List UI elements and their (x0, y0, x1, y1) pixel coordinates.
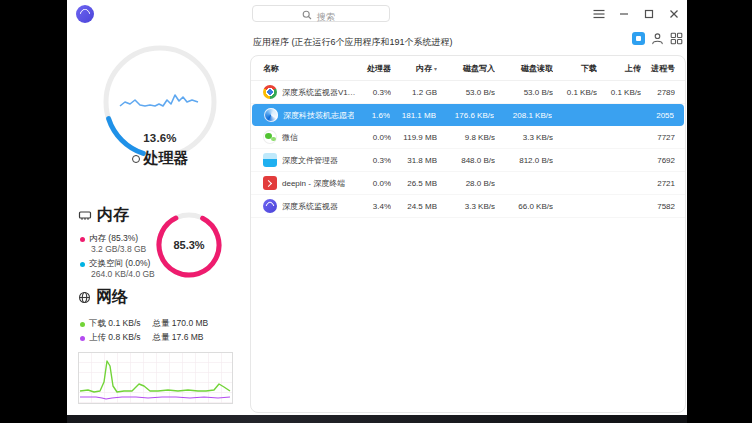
table-row[interactable]: 深度科技装机志愿者 1.6% 181.1 MB 176.6 KB/s 208.1… (252, 104, 684, 126)
maximize-button[interactable] (642, 7, 656, 21)
column-header-download[interactable]: 下载 (553, 63, 597, 74)
memory-value: 26.5 MB (391, 179, 437, 188)
memory-section-header[interactable]: 内存 (78, 205, 129, 226)
cpu-icon (132, 155, 140, 163)
disk-write-value: 53.0 B/s (437, 88, 495, 97)
column-header-memory[interactable]: 内存▾ (391, 63, 437, 74)
process-name: 深度系统监视器 (282, 201, 338, 212)
app-icon (263, 153, 277, 167)
view-toggles (632, 32, 683, 45)
cpu-value: 1.6% (354, 111, 390, 120)
upload-legend-item: 上传 0.8 KB/s 总量 17.6 MB (80, 332, 204, 344)
cpu-value: 3.4% (355, 202, 391, 211)
pid-value: 2055 (640, 111, 674, 120)
pid-value: 7582 (641, 202, 675, 211)
table-row[interactable]: 深度文件管理器 0.3% 31.8 MB 848.0 B/s 812.0 B/s… (251, 149, 685, 172)
download-rate: 下载 0.1 KB/s (89, 318, 141, 330)
disk-read-value: 208.1 KB/s (494, 111, 552, 120)
applications-view-icon[interactable] (632, 32, 645, 45)
disk-read-value: 3.3 KB/s (495, 133, 553, 142)
column-header-disk-write[interactable]: 磁盘写入 (437, 63, 495, 74)
memory-ring-percent: 85.3% (152, 239, 226, 251)
screen: 13.6% 处理器 内存 内存 (85.3%) 3 (0, 0, 752, 423)
disk-read-value: 66.0 KB/s (495, 202, 553, 211)
download-legend-item: 下载 0.1 KB/s 总量 170.0 MB (80, 318, 208, 330)
table-header: 名称 处理器 内存▾ 磁盘写入 磁盘读取 下载 上传 进程号 (251, 56, 685, 81)
memory-dot-icon (80, 237, 85, 242)
process-name: 深度文件管理器 (282, 155, 338, 166)
memory-ring-chart: 85.3% (152, 208, 226, 282)
download-value: 0.1 KB/s (553, 88, 597, 97)
process-name: 微信 (282, 132, 298, 143)
memory-value: 119.9 MB (391, 133, 437, 142)
disk-write-value: 3.3 KB/s (437, 202, 495, 211)
swap-dot-icon (80, 262, 85, 267)
memory-value: 24.5 MB (391, 202, 437, 211)
memory-legend-detail: 3.2 GB/3.8 GB (91, 244, 146, 254)
cpu-label: 处理器 (144, 149, 189, 168)
process-name: 深度科技装机志愿者 (283, 110, 354, 121)
column-header-pid[interactable]: 进程号 (641, 63, 675, 74)
my-processes-view-icon[interactable] (651, 32, 664, 45)
process-name: 深度系统监视器V1.… (282, 87, 355, 98)
swap-legend-detail: 264.0 KB/4.0 GB (91, 269, 155, 279)
disk-write-value: 848.0 B/s (437, 156, 495, 165)
column-header-cpu[interactable]: 处理器 (355, 63, 391, 74)
process-name: deepin - 深度终端 (282, 178, 345, 189)
cpu-value: 0.0% (355, 133, 391, 142)
memory-icon (78, 209, 92, 222)
column-header-upload[interactable]: 上传 (597, 63, 641, 74)
download-total: 总量 170.0 MB (153, 318, 209, 330)
cpu-value: 0.3% (355, 88, 391, 97)
app-icon (263, 130, 277, 144)
pid-value: 7692 (641, 156, 675, 165)
download-dot-icon (80, 322, 85, 327)
pid-value: 7727 (641, 133, 675, 142)
upload-total: 总量 17.6 MB (153, 332, 204, 344)
menu-icon[interactable] (592, 7, 606, 21)
pid-value: 2721 (641, 179, 675, 188)
table-row[interactable]: 深度系统监视器V1.… 0.3% 1.2 GB 53.0 B/s 53.0 B/… (251, 81, 685, 104)
column-header-name[interactable]: 名称 (263, 63, 355, 74)
network-history-chart (78, 352, 233, 404)
table-row[interactable]: 深度系统监视器 3.4% 24.5 MB 3.3 KB/s 66.0 KB/s … (251, 195, 685, 218)
network-icon (78, 291, 91, 304)
search-box[interactable] (252, 5, 390, 22)
disk-read-value: 812.0 B/s (495, 156, 553, 165)
app-icon (264, 108, 278, 122)
cpu-usage-percent: 13.6% (95, 132, 225, 144)
network-section-header[interactable]: 网络 (78, 287, 128, 308)
table-row[interactable]: deepin - 深度终端 0.0% 26.5 MB 28.0 B/s 2721 (251, 172, 685, 195)
memory-value: 1.2 GB (391, 88, 437, 97)
search-input[interactable] (253, 10, 389, 25)
cpu-widget[interactable]: 13.6% 处理器 (95, 40, 225, 172)
pid-value: 2789 (641, 88, 675, 97)
minimize-button[interactable] (617, 7, 631, 21)
disk-write-value: 9.8 KB/s (437, 133, 495, 142)
app-icon (263, 85, 277, 99)
cpu-value: 0.3% (355, 156, 391, 165)
memory-title: 内存 (97, 205, 129, 226)
process-table: 名称 处理器 内存▾ 磁盘写入 磁盘读取 下载 上传 进程号 深度系统监视器V1… (250, 55, 686, 413)
upload-rate: 上传 0.8 KB/s (89, 332, 141, 344)
table-body: 深度系统监视器V1.… 0.3% 1.2 GB 53.0 B/s 53.0 B/… (251, 81, 685, 218)
close-button[interactable] (667, 7, 681, 21)
search-icon (302, 10, 312, 20)
disk-read-value: 53.0 B/s (495, 88, 553, 97)
column-header-disk-read[interactable]: 磁盘读取 (495, 63, 553, 74)
memory-value: 181.1 MB (390, 111, 436, 120)
system-monitor-window: 13.6% 处理器 内存 内存 (85.3%) 3 (67, 0, 687, 415)
table-row[interactable]: 微信 0.0% 119.9 MB 9.8 KB/s 3.3 KB/s 7727 (251, 126, 685, 149)
upload-value: 0.1 KB/s (597, 88, 641, 97)
window-controls (592, 0, 681, 28)
disk-write-value: 28.0 B/s (437, 179, 495, 188)
desktop-strip (67, 415, 687, 423)
app-icon (263, 199, 277, 213)
cpu-label-row: 处理器 (95, 149, 225, 168)
cpu-value: 0.0% (355, 179, 391, 188)
all-processes-view-icon[interactable] (670, 32, 683, 45)
sidebar: 13.6% 处理器 内存 内存 (85.3%) 3 (67, 0, 250, 415)
network-title: 网络 (96, 287, 128, 308)
upload-dot-icon (80, 336, 85, 341)
memory-value: 31.8 MB (391, 156, 437, 165)
